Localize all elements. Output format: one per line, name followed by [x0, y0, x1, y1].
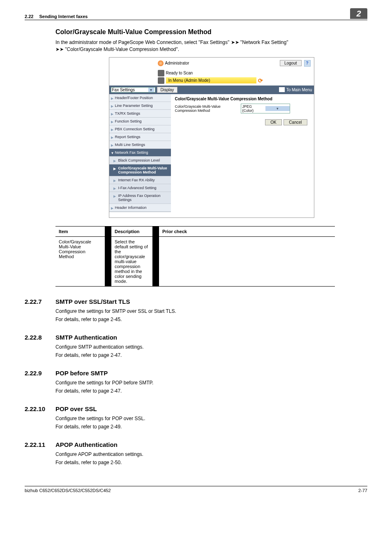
to-main-menu[interactable]: To Main Menu [279, 87, 312, 92]
sidebar-item[interactable]: ▶PBX Connection Setting [109, 125, 171, 133]
printer-icon [158, 70, 164, 76]
status-ready: Ready to Scan [166, 71, 193, 75]
section-title: POP before SMTP [55, 370, 108, 377]
sidebar-item[interactable]: ▶TX/RX Settings [109, 110, 171, 118]
field-label: Color/Grayscale Multi-Value Compression … [175, 104, 241, 113]
sidebar: ▶Header/Footer Position ▶Line Parameter … [109, 94, 171, 217]
td-description: Select the default setting of the color/… [111, 236, 152, 286]
intro-text: In the administrator mode of PageScope W… [55, 39, 367, 53]
content-panel: Color/Grayscale Multi-Value Compression … [171, 94, 314, 217]
sidebar-label: IP Address Fax Operation Settings [118, 194, 161, 202]
description-table: Item Description Prior check Color/Grays… [55, 226, 335, 287]
sidebar-label: Network Fax Setting [115, 150, 148, 155]
sidebar-label: Internet Fax RX Ability [118, 178, 155, 182]
category-value: Fax Settings [112, 88, 135, 92]
header-title: Sending Internet faxes [39, 14, 88, 19]
sidebar-label: Multi Line Settings [115, 143, 145, 147]
sidebar-subitem[interactable]: ▶IP Address Fax Operation Settings [109, 192, 171, 204]
embedded-screenshot: Administrator Logout ? Ready to Scan In … [109, 57, 314, 218]
section-title: APOP Authentication [55, 441, 118, 448]
sidebar-subitem-selected[interactable]: ▶Color/Grayscale Multi-Value Compression… [109, 164, 171, 176]
ok-button[interactable]: OK [265, 119, 281, 125]
doc-icon [158, 77, 164, 84]
sidebar-item[interactable]: ▶Report Settings [109, 133, 171, 141]
sidebar-subitem[interactable]: ▶Internet Fax RX Ability [109, 176, 171, 184]
sidebar-item[interactable]: ▶Line Parameter Setting [109, 102, 171, 110]
page-header: 2.22Sending Internet faxes 2 [25, 8, 367, 20]
arrow-icon: ➤➤ [55, 46, 64, 52]
display-button[interactable]: Display [157, 87, 178, 93]
compression-select[interactable]: JPEG (Color)▾ [241, 104, 290, 113]
refresh-icon[interactable]: ⟳ [258, 77, 265, 84]
sidebar-label: Color/Grayscale Multi-Value Compression … [118, 166, 167, 174]
section-num: 2.22.9 [25, 370, 55, 377]
section-num: 2.22.7 [25, 298, 55, 305]
chevron-down-icon: ▾ [265, 106, 290, 111]
footer-page: 2-77 [358, 488, 367, 493]
section-text: Configure the settings for SMTP over SSL… [55, 308, 367, 314]
sidebar-label: Header/Footer Position [115, 96, 153, 100]
sidebar-subitem[interactable]: ▶Black Compression Level [109, 157, 171, 164]
intro-part1: In the administrator mode of PageScope W… [55, 39, 231, 45]
td-prior-check [159, 236, 335, 286]
section-num: 2.22.10 [25, 405, 55, 412]
sidebar-label: Line Parameter Setting [115, 104, 153, 108]
sidebar-item[interactable]: ▶Multi Line Settings [109, 141, 171, 149]
sidebar-label: Black Compression Level [118, 158, 160, 162]
sidebar-item[interactable]: ▶Header/Footer Position [109, 94, 171, 102]
th-item: Item [55, 226, 105, 236]
th-description: Description [111, 226, 152, 236]
category-select[interactable]: Fax Settings▾ [111, 87, 155, 92]
admin-label: Administrator [158, 60, 189, 66]
sidebar-item[interactable]: ▶Header Information [109, 204, 171, 212]
menu-icon [279, 87, 285, 92]
sidebar-label: Report Settings [115, 135, 141, 139]
cancel-button[interactable]: Cancel [284, 119, 307, 125]
sidebar-label: Header Information [115, 206, 147, 210]
section-ref: For details, refer to page 2-49. [55, 424, 367, 430]
logout-button[interactable]: Logout [280, 60, 302, 66]
content-title: Color/Grayscale Multi-Value Compression … [175, 97, 310, 101]
section-num: 2.22.8 [25, 334, 55, 341]
status-mode: In Menu (Admin Mode) [166, 77, 256, 83]
sidebar-item-expanded[interactable]: ▼Network Fax Setting [109, 149, 171, 157]
section-text: Configure SMTP authentication settings. [55, 344, 367, 350]
select-value: JPEG (Color) [241, 104, 265, 113]
section-ref: For details, refer to page 2-47. [55, 352, 367, 358]
page-footer: bizhub C652/C652DS/C552/C552DS/C452 2-77 [25, 486, 367, 493]
chapter-number: 2 [356, 9, 361, 18]
section-ref: For details, refer to page 2-45. [55, 317, 367, 322]
admin-text: Administrator [165, 61, 189, 65]
section-text: Configure the settings for POP before SM… [55, 380, 367, 386]
section-num: 2.22.11 [25, 441, 55, 448]
sidebar-label: Function Setting [115, 119, 142, 123]
section-ref: For details, refer to page 2-50. [55, 460, 367, 465]
main-heading: Color/Grayscale Multi-Value Compression … [55, 28, 367, 36]
sidebar-item[interactable]: ▶Function Setting [109, 118, 171, 125]
sidebar-label: TX/RX Settings [115, 111, 141, 116]
td-item: Color/Grayscale Multi-Value Compression … [55, 236, 105, 286]
arrow-icon: ➤➤ [231, 39, 239, 45]
section-ref: For details, refer to page 2-47. [55, 388, 367, 394]
sidebar-subitem[interactable]: ▶I-Fax Advanced Setting [109, 184, 171, 192]
section-text: Configure APOP authentication settings. [55, 451, 367, 457]
intro-part3: "Color/Grayscale Multi-Value Compression… [64, 46, 179, 52]
section-title: SMTP over SSL/Start TLS [55, 298, 130, 305]
sidebar-label: PBX Connection Setting [115, 127, 155, 131]
admin-icon [158, 60, 164, 66]
th-prior-check: Prior check [159, 226, 335, 236]
footer-model: bizhub C652/C652DS/C552/C552DS/C452 [25, 488, 111, 493]
sidebar-label: I-Fax Advanced Setting [118, 186, 157, 190]
chevron-down-icon: ▾ [148, 88, 154, 92]
chapter-badge: 2 [350, 8, 367, 19]
to-main-label: To Main Menu [286, 88, 312, 92]
header-section-num: 2.22 [25, 14, 33, 19]
section-text: Configure the settings for POP over SSL. [55, 416, 367, 421]
help-icon[interactable]: ? [304, 60, 311, 67]
section-title: SMTP Authentication [55, 334, 117, 341]
intro-part2: "Network Fax Setting" [239, 39, 288, 45]
section-title: POP over SSL [55, 405, 97, 412]
